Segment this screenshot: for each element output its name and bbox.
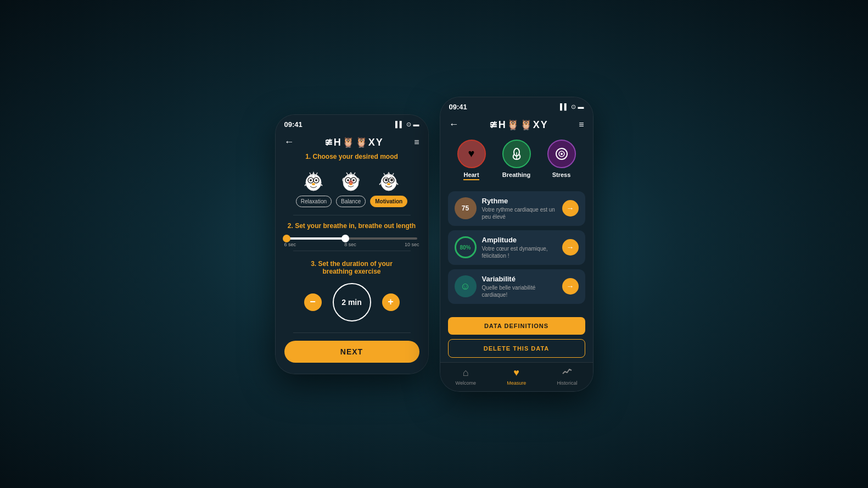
menu-button-1[interactable]: ≡ [414, 137, 419, 147]
slider-track [287, 237, 417, 240]
data-definitions-button[interactable]: DATA DEFINITIONS [448, 317, 585, 335]
variabilite-text: Variabilité Quelle belle variabilité car… [482, 275, 557, 298]
svg-point-5 [312, 183, 315, 185]
balance-button[interactable]: Balance [336, 196, 366, 207]
phone2-header: ← ≇H🦉🦉XY ≡ [440, 114, 593, 135]
delete-data-button[interactable]: DELETE THIS DATA [448, 339, 585, 358]
logo-prefix: ≇ [324, 137, 334, 148]
svg-point-11 [347, 179, 349, 181]
next-button[interactable]: NEXT [284, 341, 419, 363]
rythme-text: Rythme Votre rythme cardiaque est un peu… [482, 197, 557, 220]
historical-chart-svg [562, 367, 573, 376]
minus-button[interactable]: − [304, 293, 322, 311]
stress-tab-label: Stress [552, 171, 571, 178]
nav-historical[interactable]: Historical [557, 367, 577, 386]
nav-welcome[interactable]: ⌂ Welcome [456, 367, 476, 386]
step3-label: 3. Set the duration of yourbreathing exe… [284, 260, 419, 275]
svg-point-27 [561, 153, 563, 155]
rythme-row: 75 Rythme Votre rythme cardiaque est un … [448, 191, 585, 226]
variabilite-title: Variabilité [482, 275, 557, 283]
variabilite-row: ☺ Variabilité Quelle belle variabilité c… [448, 269, 585, 304]
nav-measure-label: Measure [507, 380, 526, 386]
step1-label: 1. Choose your desired mood [284, 153, 419, 160]
heart-tab-label: Heart [463, 171, 479, 180]
nav-welcome-label: Welcome [456, 380, 476, 386]
variabilite-icon: ☺ [455, 275, 477, 297]
nav-historical-label: Historical [557, 380, 577, 386]
phone1-body: 1. Choose your desired mood [276, 153, 428, 374]
phone-1: 09:41 ▌▌ ⊙ ▬ ← ≇H🦉🦉XY ≡ 1. Choose your d… [275, 114, 429, 374]
wifi-icon-2: ⊙ [571, 103, 576, 110]
motivation-button[interactable]: Motivation [370, 196, 407, 207]
motivation-owl-image [376, 167, 402, 193]
svg-point-15 [381, 174, 396, 191]
wifi-icon: ⊙ [406, 121, 411, 128]
nav-measure[interactable]: ♥ Measure [507, 367, 526, 386]
breathe-slider[interactable]: 6 sec 8 sec 10 sec [284, 237, 419, 247]
svg-point-20 [387, 183, 390, 185]
slider-max-label: 10 sec [405, 242, 419, 247]
step2-label: 2. Set your breathe in, breathe out leng… [284, 222, 419, 230]
rythme-arrow[interactable]: → [562, 200, 579, 217]
balance-owl-svg [339, 168, 363, 192]
divider-2 [293, 251, 411, 251]
status-icons-2: ▌▌ ⊙ ▬ [560, 103, 584, 110]
signal-icon: ▌▌ [395, 121, 404, 127]
slider-thumb-right[interactable] [341, 235, 349, 242]
amplitude-row: 80% Amplitude Votre cœur est dynamique, … [448, 230, 585, 265]
breathing-svg [509, 147, 524, 161]
rythme-icon: 75 [455, 197, 477, 219]
duration-control: − 2 min + [284, 283, 419, 321]
screens-container: 09:41 ▌▌ ⊙ ▬ ← ≇H🦉🦉XY ≡ 1. Choose your d… [275, 97, 593, 392]
amplitude-title: Amplitude [482, 236, 557, 244]
logo-2: ≇H🦉🦉XY [489, 119, 548, 131]
phone1-header: ← ≇H🦉🦉XY ≡ [276, 132, 428, 153]
mood-options: Relaxation [284, 167, 419, 207]
svg-point-12 [352, 179, 355, 181]
back-button-2[interactable]: ← [449, 119, 459, 130]
slider-thumb-left[interactable] [283, 235, 290, 242]
amplitude-desc: Votre cœur est dynamique, félicitation ! [482, 245, 557, 259]
breathing-tab-icon [502, 140, 531, 168]
logo-1: ≇H🦉🦉XY [324, 136, 384, 148]
tab-heart[interactable]: ♥ Heart [457, 140, 486, 180]
amplitude-icon: 80% [455, 236, 477, 258]
balance-option: Balance [336, 167, 366, 207]
variabilite-desc: Quelle belle variabilité cardiaque! [482, 284, 557, 298]
status-bar-2: 09:41 ▌▌ ⊙ ▬ [440, 97, 593, 114]
back-button-1[interactable]: ← [284, 136, 294, 148]
tab-stress[interactable]: Stress [547, 140, 576, 180]
balance-owl-image [338, 167, 364, 193]
divider-3 [293, 332, 411, 333]
phone-2: 09:41 ▌▌ ⊙ ▬ ← ≇H🦉🦉XY ≡ ♥ Heart [440, 97, 593, 392]
plus-button[interactable]: + [382, 293, 400, 311]
svg-point-0 [306, 174, 321, 191]
status-time-2: 09:41 [449, 103, 467, 111]
breathing-tab-label: Breathing [502, 171, 530, 178]
rythme-title: Rythme [482, 197, 557, 205]
relaxation-owl-image [300, 167, 327, 193]
relaxation-owl-svg [301, 168, 326, 192]
status-bar-1: 09:41 ▌▌ ⊙ ▬ [276, 115, 428, 132]
tab-breathing[interactable]: Breathing [502, 140, 531, 180]
variabilite-arrow[interactable]: → [562, 278, 579, 295]
heart-nav-icon: ♥ [513, 367, 519, 379]
metrics-list: 75 Rythme Votre rythme cardiaque est un … [440, 187, 593, 313]
svg-point-4 [315, 179, 317, 181]
relaxation-option: Relaxation [296, 167, 332, 207]
slider-min-label: 6 sec [284, 242, 296, 247]
home-icon: ⌂ [463, 367, 469, 379]
battery-icon: ▬ [413, 121, 419, 127]
amplitude-arrow[interactable]: → [562, 239, 579, 256]
logo-text: H🦉🦉XY [334, 137, 384, 148]
action-buttons: DATA DEFINITIONS DELETE THIS DATA [440, 313, 593, 362]
menu-button-2[interactable]: ≡ [579, 120, 584, 130]
heart-tab-icon: ♥ [457, 140, 486, 168]
relaxation-button[interactable]: Relaxation [296, 196, 332, 207]
rythme-desc: Votre rythme cardiaque est un peu élevé [482, 206, 557, 220]
timer-display: 2 min [333, 283, 371, 321]
stress-tab-icon [547, 140, 576, 168]
chart-icon [562, 367, 573, 379]
amplitude-text: Amplitude Votre cœur est dynamique, féli… [482, 236, 557, 259]
status-time-1: 09:41 [284, 120, 303, 129]
